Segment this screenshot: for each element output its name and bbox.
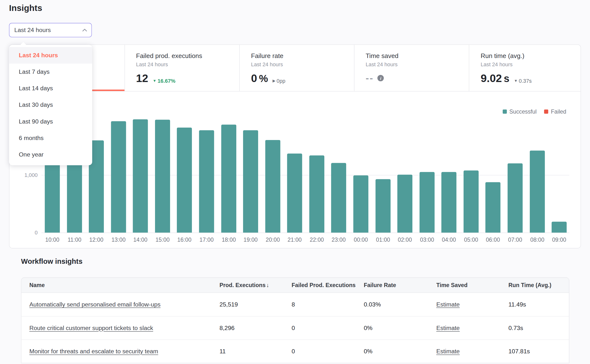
workflow-link[interactable]: Automatically send personalised email fo… — [29, 301, 161, 307]
dropdown-option-last-24-hours[interactable]: Last 24 hours — [9, 47, 92, 64]
column-header-failure-rate[interactable]: Failure Rate — [356, 282, 428, 288]
x-axis-label: 18:00 — [217, 236, 240, 243]
time-filter-value: Last 24 hours — [14, 27, 51, 33]
x-axis-label: 01:00 — [372, 236, 394, 243]
workflow-link[interactable]: Route critical customer support tickets … — [29, 325, 153, 331]
chart-bar — [376, 179, 391, 232]
chart-bar — [287, 154, 302, 233]
prod-executions-value: 8,296 — [212, 325, 284, 331]
table-row: Route critical customer support tickets … — [21, 316, 569, 339]
stat-unit: s — [504, 73, 509, 85]
chart-bar — [243, 130, 258, 233]
chart-bar — [552, 222, 567, 233]
column-header-name[interactable]: Name — [21, 282, 212, 288]
x-axis-baseline — [41, 233, 569, 233]
estimate-link[interactable]: Estimate — [436, 301, 460, 307]
estimate-link[interactable]: Estimate — [436, 325, 460, 331]
prod-executions-value: 25,519 — [212, 301, 284, 308]
chevron-up-icon — [82, 29, 87, 32]
successful-swatch-icon — [503, 109, 507, 114]
chart-bar — [155, 120, 170, 232]
stat-value: 9.02 — [481, 72, 502, 85]
stat-delta: ▼0.37s — [514, 78, 532, 84]
x-axis-label: 12:00 — [85, 236, 108, 243]
page-title: Insights — [9, 3, 42, 13]
estimate-link[interactable]: Estimate — [436, 348, 460, 354]
failure-rate-value: 0% — [356, 325, 428, 331]
time-filter-select[interactable]: Last 24 hours — [9, 23, 92, 37]
workflow-link[interactable]: Monitor for threats and escalate to secu… — [29, 348, 158, 354]
dropdown-option-last-7-days[interactable]: Last 7 days — [9, 64, 92, 80]
stat-delta: ▶0pp — [272, 78, 285, 84]
legend-item-failed[interactable]: Failed — [544, 108, 566, 115]
chart-bar — [397, 175, 412, 233]
chart-bar — [67, 157, 82, 232]
stat-subtitle: Last 24 hours — [251, 61, 350, 67]
stat-title: Failed prod. executions — [136, 52, 236, 60]
chart-bar — [199, 130, 214, 233]
chart-bar — [265, 140, 280, 233]
chart-bar — [485, 182, 500, 233]
stat-title: Failure rate — [251, 52, 350, 60]
legend-label: Failed — [551, 108, 566, 115]
dropdown-option-last-14-days[interactable]: Last 14 days — [9, 80, 92, 97]
x-axis-label: 02:00 — [393, 236, 416, 243]
column-header-prod-executions[interactable]: Prod. Executions↓ — [212, 282, 284, 288]
stat-delta: ▼16.67% — [153, 78, 175, 84]
dropdown-option-last-90-days[interactable]: Last 90 days — [9, 113, 92, 130]
time-filter-dropdown: Last 24 hours Last 7 days Last 14 days L… — [9, 45, 92, 165]
stat-unit: % — [259, 73, 268, 85]
chart-bar — [221, 124, 236, 232]
chart-bar — [419, 172, 434, 233]
stat-tab-time-saved[interactable]: Time saved Last 24 hours -- i — [354, 45, 469, 91]
run-time-value: 107.81s — [500, 348, 569, 355]
run-time-value: 0.73s — [500, 325, 569, 331]
x-axis-label: 17:00 — [195, 236, 218, 243]
x-axis-label: 09:00 — [548, 236, 570, 243]
x-axis-label: 14:00 — [129, 236, 152, 243]
stat-subtitle: Last 24 hours — [136, 61, 236, 67]
prod-executions-value: 11 — [212, 348, 284, 355]
x-axis-label: 20:00 — [262, 236, 284, 243]
chart-bar — [464, 171, 479, 233]
stat-subtitle: Last 24 hours — [366, 61, 465, 67]
stat-tab-run-time-avg[interactable]: Run time (avg.) Last 24 hours 9.02 s ▼0.… — [469, 45, 581, 91]
legend-item-successful[interactable]: Successful — [503, 108, 537, 115]
stat-value: 0 — [251, 72, 257, 85]
x-axis-label: 06:00 — [482, 236, 504, 243]
failure-rate-value: 0.03% — [356, 301, 428, 308]
dropdown-option-one-year[interactable]: One year — [9, 146, 92, 163]
column-header-failed-prod-executions[interactable]: Failed Prod. Executions — [284, 282, 356, 288]
chart-legend: Successful Failed — [503, 108, 566, 115]
failed-swatch-icon — [544, 109, 548, 114]
x-axis-label: 08:00 — [526, 236, 549, 243]
dropdown-option-last-30-days[interactable]: Last 30 days — [9, 97, 92, 113]
triangle-down-icon: ▼ — [514, 79, 517, 83]
run-time-value: 11.49s — [500, 301, 569, 308]
column-header-run-time-avg[interactable]: Run Time (Avg.) — [500, 282, 569, 288]
table-header-row: Name Prod. Executions↓ Failed Prod. Exec… — [21, 278, 569, 293]
x-axis-label: 05:00 — [460, 236, 482, 243]
chart-bar — [353, 175, 368, 233]
x-axis-label: 07:00 — [504, 236, 526, 243]
x-axis-label: 11:00 — [63, 236, 86, 243]
chart-bar — [441, 172, 456, 233]
x-axis-label: 22:00 — [305, 236, 328, 243]
workflow-insights-table: Name Prod. Executions↓ Failed Prod. Exec… — [21, 277, 569, 363]
failure-rate-value: 0% — [356, 348, 428, 355]
info-icon[interactable]: i — [377, 75, 384, 81]
x-axis-label: 04:00 — [438, 236, 460, 243]
dropdown-option-6-months[interactable]: 6 months — [9, 130, 92, 146]
column-header-time-saved[interactable]: Time Saved — [428, 282, 500, 288]
x-axis-label: 03:00 — [416, 236, 438, 243]
x-axis-label: 13:00 — [107, 236, 130, 243]
failed-prod-executions-value: 0 — [284, 325, 356, 331]
stat-tab-failed-prod-executions[interactable]: Failed prod. executions Last 24 hours 12… — [124, 45, 239, 91]
failed-prod-executions-value: 8 — [284, 301, 356, 308]
x-axis-label: 19:00 — [239, 236, 262, 243]
chart-bar — [331, 163, 346, 233]
triangle-right-icon: ▶ — [272, 79, 275, 83]
chart-bar — [45, 158, 60, 233]
stat-tab-failure-rate[interactable]: Failure rate Last 24 hours 0 % ▶0pp — [239, 45, 354, 91]
x-axis-label: 10:00 — [41, 236, 64, 243]
